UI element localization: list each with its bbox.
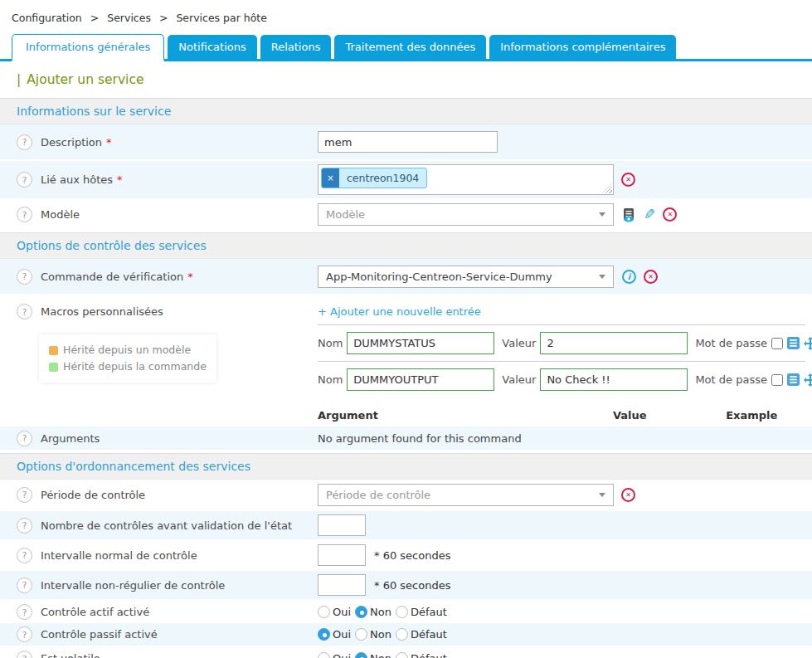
check-period-placeholder: Période de contrôle (326, 489, 594, 501)
radio-icon[interactable] (355, 652, 367, 658)
radio-icon[interactable] (396, 606, 408, 618)
breadcrumb-link-services-par-hote[interactable]: Services par hôte (176, 12, 267, 24)
row-arguments: Arguments No argument found for this com… (0, 426, 812, 451)
password-checkbox[interactable] (771, 374, 783, 386)
row-template: Modèle Modèle (0, 200, 812, 231)
help-icon[interactable] (17, 604, 32, 620)
breadcrumb: Configuration > Services > Services par … (0, 0, 812, 27)
help-icon[interactable] (17, 134, 32, 150)
macro-password-group: Mot de passe (695, 373, 812, 387)
macro-entry: Nom Valeur Mot de passe (318, 361, 805, 397)
max-check-attempts-input[interactable] (318, 514, 366, 536)
password-label: Mot de passe (695, 337, 767, 349)
description-label: Description (41, 136, 102, 149)
clear-command-icon[interactable] (644, 270, 658, 284)
radio-option-defaut[interactable]: Défaut (396, 652, 447, 658)
page-title-text: Ajouter un service (27, 72, 143, 87)
radio-label: Oui (333, 628, 351, 641)
row-description: Description * (0, 124, 812, 161)
macro-value-input[interactable] (540, 368, 688, 391)
help-icon[interactable] (17, 304, 32, 319)
macro-name-input[interactable] (347, 368, 494, 391)
macro-value-label: Valeur (502, 337, 536, 349)
row-volatile: Est volatile Oui Non Défaut (0, 647, 812, 658)
clear-period-icon[interactable] (621, 488, 635, 502)
linked-hosts-multiselect[interactable]: × centreon1904 (318, 164, 614, 195)
move-macro-icon[interactable] (804, 373, 812, 387)
tab-relations[interactable]: Relations (260, 35, 332, 59)
help-icon[interactable] (17, 172, 32, 188)
radio-icon[interactable] (396, 628, 408, 641)
arguments-label: Arguments (41, 432, 100, 445)
radio-option-non[interactable]: Non (355, 606, 391, 618)
row-check-command: Commande de vérification * App-Monitorin… (0, 259, 812, 295)
radio-icon[interactable] (396, 652, 408, 658)
breadcrumb-link-services[interactable]: Services (107, 12, 151, 24)
tab-notifications[interactable]: Notifications (168, 35, 256, 59)
passive-checks-radio-group: Oui Non Défaut (318, 628, 451, 641)
seconds-unit-label: * 60 secondes (374, 549, 450, 562)
radio-option-defaut[interactable]: Défaut (396, 606, 447, 618)
required-asterisk: * (187, 271, 193, 283)
help-icon[interactable] (17, 548, 32, 563)
resize-handle[interactable] (602, 183, 612, 193)
radio-option-non[interactable]: Non (355, 628, 391, 641)
macro-value-input[interactable] (540, 332, 688, 354)
show-value-icon[interactable] (787, 373, 800, 386)
row-max-check-attempts: Nombre de contrôles avant validation de … (0, 511, 812, 541)
help-icon[interactable] (17, 651, 32, 658)
help-icon[interactable] (17, 207, 32, 222)
radio-icon[interactable] (318, 652, 330, 658)
help-icon[interactable] (17, 578, 32, 593)
example-column-header: Example (698, 409, 805, 422)
password-label: Mot de passe (695, 373, 767, 386)
show-value-icon[interactable] (787, 337, 800, 349)
chip-remove-button[interactable]: × (322, 168, 339, 188)
radio-option-defaut[interactable]: Défaut (396, 628, 447, 641)
radio-icon[interactable] (318, 606, 330, 618)
macro-name-input[interactable] (347, 332, 494, 354)
help-icon[interactable] (17, 518, 32, 534)
clear-hosts-icon[interactable] (621, 173, 635, 187)
radio-option-oui[interactable]: Oui (318, 606, 351, 618)
argument-column-header: Argument (318, 409, 562, 422)
tab-traitement-des-donnees[interactable]: Traitement des données (334, 35, 486, 59)
no-argument-message: No argument found for this command (318, 432, 522, 445)
normal-check-interval-input[interactable] (318, 544, 366, 566)
host-chip: × centreon1904 (321, 168, 427, 188)
command-info-icon[interactable] (622, 270, 636, 284)
retry-check-interval-input[interactable] (318, 574, 366, 596)
description-input[interactable] (318, 131, 498, 153)
title-bar: | (17, 72, 21, 87)
help-icon[interactable] (17, 431, 32, 446)
radio-icon[interactable] (355, 628, 367, 641)
section-header-options-controle: Options de contrôle des services (0, 232, 812, 259)
radio-label: Défaut (411, 628, 447, 641)
radio-option-non[interactable]: Non (355, 652, 391, 658)
help-icon[interactable] (17, 626, 32, 642)
move-macro-icon[interactable] (804, 337, 812, 350)
template-select[interactable]: Modèle (318, 203, 614, 226)
radio-icon[interactable] (318, 628, 330, 641)
tab-informations-generales[interactable]: Informations générales (12, 34, 164, 61)
radio-option-oui[interactable]: Oui (318, 652, 351, 658)
help-icon[interactable] (17, 269, 32, 285)
breadcrumb-link-configuration[interactable]: Configuration (12, 12, 82, 24)
radio-option-oui[interactable]: Oui (318, 628, 351, 641)
clear-template-icon[interactable] (663, 207, 677, 222)
password-checkbox[interactable] (771, 338, 783, 349)
tab-informations-complementaires[interactable]: Informations complémentaires (489, 35, 676, 59)
check-period-select[interactable]: Période de contrôle (318, 484, 614, 506)
legend-template-line: Hérité depuis un modèle (49, 342, 207, 358)
breadcrumb-separator: > (159, 12, 168, 24)
help-icon[interactable] (17, 487, 32, 503)
breadcrumb-separator: > (90, 12, 99, 24)
macro-value-label: Valeur (502, 373, 536, 386)
active-checks-label: Contrôle actif activé (41, 606, 149, 618)
check-command-select[interactable]: App-Monitoring-Centreon-Service-Dummy (318, 266, 614, 288)
max-check-attempts-label: Nombre de contrôles avant validation de … (41, 519, 292, 532)
add-macro-link[interactable]: + Ajouter une nouvelle entrée (318, 305, 805, 318)
edit-template-icon[interactable] (644, 207, 655, 222)
radio-icon[interactable] (355, 606, 367, 618)
view-template-icon[interactable] (621, 207, 636, 222)
